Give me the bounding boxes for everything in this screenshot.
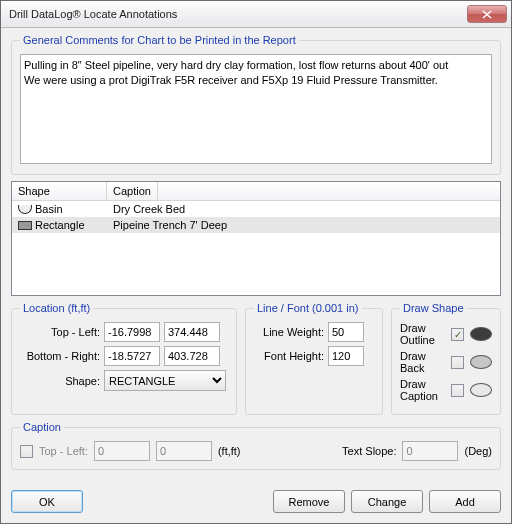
- linefont-legend: Line / Font (0.001 in): [254, 302, 362, 314]
- drawshape-group: Draw Shape Draw Outline ✓ Draw Back Draw…: [391, 302, 501, 415]
- bottom-right-y-input[interactable]: [164, 346, 220, 366]
- bottom-right-label: Bottom - Right:: [20, 350, 100, 362]
- draw-outline-checkbox[interactable]: ✓: [451, 328, 464, 341]
- annotations-table[interactable]: Shape Caption Basin Dry Creek Bed Rectan…: [11, 181, 501, 296]
- bottom-right-x-input[interactable]: [104, 346, 160, 366]
- comments-legend: General Comments for Chart to be Printed…: [20, 34, 299, 46]
- text-slope-input: [402, 441, 458, 461]
- line-weight-input[interactable]: [328, 322, 364, 342]
- draw-caption-checkbox[interactable]: [451, 384, 464, 397]
- top-left-y-input[interactable]: [164, 322, 220, 342]
- line-weight-label: Line Weight:: [254, 326, 324, 338]
- outline-color-swatch[interactable]: [470, 327, 492, 341]
- titlebar: Drill DataLog® Locate Annotations: [1, 1, 511, 28]
- top-left-label: Top - Left:: [20, 326, 100, 338]
- caption-unit: (ft,ft): [218, 445, 241, 457]
- cell-shape: Basin: [35, 203, 63, 215]
- back-color-swatch[interactable]: [470, 355, 492, 369]
- slope-unit: (Deg): [464, 445, 492, 457]
- caption-tl-label: Top - Left:: [39, 445, 88, 457]
- cell-caption: Dry Creek Bed: [107, 201, 192, 217]
- col-header-shape[interactable]: Shape: [12, 182, 107, 200]
- draw-back-checkbox[interactable]: [451, 356, 464, 369]
- table-header: Shape Caption: [12, 182, 500, 201]
- close-button[interactable]: [467, 5, 507, 23]
- shape-select[interactable]: RECTANGLE: [104, 370, 226, 391]
- caption-y-input: [156, 441, 212, 461]
- close-icon: [482, 10, 492, 19]
- draw-outline-label: Draw Outline: [400, 322, 445, 346]
- table-body: Basin Dry Creek Bed Rectangle Pipeine Tr…: [12, 201, 500, 233]
- col-header-caption[interactable]: Caption: [107, 182, 158, 200]
- remove-button[interactable]: Remove: [273, 490, 345, 513]
- add-button[interactable]: Add: [429, 490, 501, 513]
- location-group: Location (ft,ft) Top - Left: Bottom - Ri…: [11, 302, 237, 415]
- caption-color-swatch[interactable]: [470, 383, 492, 397]
- basin-icon: [18, 205, 32, 214]
- caption-legend: Caption: [20, 421, 64, 433]
- table-row[interactable]: Rectangle Pipeine Trench 7' Deep: [12, 217, 500, 233]
- linefont-group: Line / Font (0.001 in) Line Weight: Font…: [245, 302, 383, 415]
- table-row[interactable]: Basin Dry Creek Bed: [12, 201, 500, 217]
- caption-group: Caption Top - Left: (ft,ft) Text Slope: …: [11, 421, 501, 470]
- draw-back-label: Draw Back: [400, 350, 445, 374]
- caption-topleft-checkbox[interactable]: [20, 445, 33, 458]
- client-area: General Comments for Chart to be Printed…: [1, 28, 511, 486]
- rectangle-icon: [18, 221, 32, 230]
- mid-panel: Location (ft,ft) Top - Left: Bottom - Ri…: [11, 302, 501, 415]
- top-left-x-input[interactable]: [104, 322, 160, 342]
- location-legend: Location (ft,ft): [20, 302, 93, 314]
- draw-caption-label: Draw Caption: [400, 378, 445, 402]
- cell-shape: Rectangle: [35, 219, 85, 231]
- cell-caption: Pipeine Trench 7' Deep: [107, 217, 234, 233]
- font-height-label: Font Height:: [254, 350, 324, 362]
- ok-button[interactable]: OK: [11, 490, 83, 513]
- dialog-window: Drill DataLog® Locate Annotations Genera…: [0, 0, 512, 524]
- comments-group: General Comments for Chart to be Printed…: [11, 34, 501, 175]
- comments-textarea[interactable]: [20, 54, 492, 164]
- text-slope-label: Text Slope:: [342, 445, 396, 457]
- shape-label: Shape:: [20, 375, 100, 387]
- change-button[interactable]: Change: [351, 490, 423, 513]
- font-height-input[interactable]: [328, 346, 364, 366]
- button-bar: OK Remove Change Add: [1, 486, 511, 523]
- drawshape-legend: Draw Shape: [400, 302, 467, 314]
- caption-x-input: [94, 441, 150, 461]
- window-title: Drill DataLog® Locate Annotations: [9, 8, 467, 20]
